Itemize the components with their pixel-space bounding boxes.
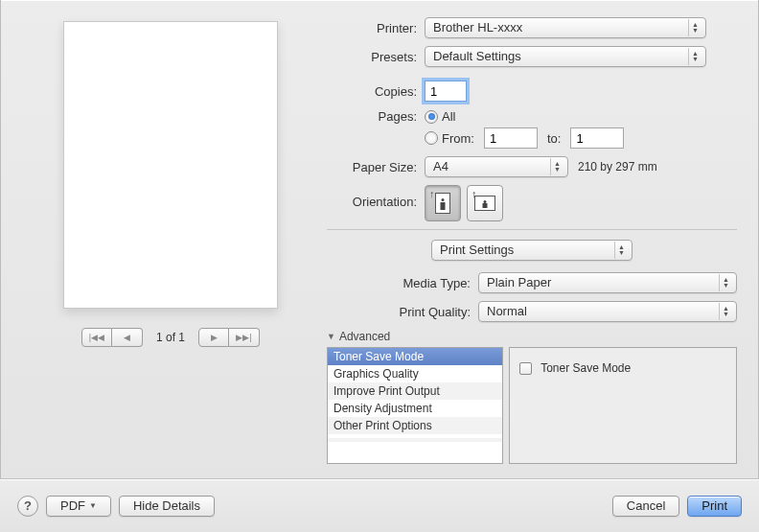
disclosure-triangle-icon: ▼ xyxy=(327,332,335,341)
papersize-select[interactable]: A4 ▲▼ xyxy=(425,156,568,177)
advanced-list-item[interactable]: Toner Save Mode xyxy=(328,348,502,365)
pdf-label: PDF xyxy=(60,498,85,513)
pager-last-button[interactable]: ▶▶| xyxy=(229,328,260,347)
hide-details-button[interactable]: Hide Details xyxy=(119,496,215,517)
advanced-list-item xyxy=(328,442,502,446)
footer: ? PDF ▼ Hide Details Cancel Print xyxy=(0,478,759,532)
hide-details-label: Hide Details xyxy=(133,498,200,513)
advanced-label: Advanced xyxy=(339,330,390,343)
preview-column: |◀◀ ◀ 1 of 1 ▶ ▶▶| xyxy=(22,17,319,451)
advanced-list[interactable]: Toner Save Mode Graphics Quality Improve… xyxy=(327,347,503,464)
pages-from-radio[interactable] xyxy=(425,131,438,145)
pages-all-label: All xyxy=(442,109,455,124)
mediatype-select[interactable]: Plain Paper ▲▼ xyxy=(478,272,737,293)
orientation-portrait-button[interactable]: ↑ xyxy=(425,185,461,221)
advanced-list-item[interactable]: Density Adjustment xyxy=(328,400,502,417)
orientation-landscape-button[interactable]: ↑ xyxy=(467,185,503,221)
printer-label: Printer: xyxy=(327,21,417,35)
up-arrow-icon: ↑ xyxy=(429,188,435,199)
copies-input[interactable] xyxy=(425,81,467,102)
papersize-value: A4 xyxy=(433,159,448,173)
updown-icon: ▲▼ xyxy=(614,242,628,259)
pdf-menu-button[interactable]: PDF ▼ xyxy=(46,496,111,517)
advanced-panel: Toner Save Mode xyxy=(509,347,737,464)
orientation-label: Orientation: xyxy=(327,185,417,209)
help-button[interactable]: ? xyxy=(17,496,38,517)
pager-prev-button[interactable]: ◀ xyxy=(112,328,143,347)
section-select[interactable]: Print Settings ▲▼ xyxy=(431,240,632,261)
updown-icon: ▲▼ xyxy=(550,158,564,175)
printquality-select[interactable]: Normal ▲▼ xyxy=(478,301,737,322)
pager-fwd-group: ▶ ▶▶| xyxy=(198,328,260,347)
presets-value: Default Settings xyxy=(433,49,521,63)
tonersave-checkbox[interactable] xyxy=(519,362,532,375)
pager-back-group: |◀◀ ◀ xyxy=(81,328,143,347)
print-button[interactable]: Print xyxy=(687,496,742,517)
printer-value: Brother HL-xxxx xyxy=(433,20,522,35)
tonersave-checkbox-label: Toner Save Mode xyxy=(540,361,631,375)
printquality-label: Print Quality: xyxy=(400,305,471,319)
pager-first-button[interactable]: |◀◀ xyxy=(81,328,112,347)
portrait-icon xyxy=(435,193,450,214)
advanced-list-item[interactable]: Other Print Options xyxy=(328,417,502,434)
updown-icon: ▲▼ xyxy=(688,19,702,36)
pages-from-input[interactable] xyxy=(484,127,538,149)
chevron-down-icon: ▼ xyxy=(89,501,97,510)
section-value: Print Settings xyxy=(440,243,514,257)
advanced-area: Toner Save Mode Graphics Quality Improve… xyxy=(327,347,737,464)
updown-icon: ▲▼ xyxy=(688,48,702,65)
mediatype-value: Plain Paper xyxy=(487,275,551,289)
updown-icon: ▲▼ xyxy=(719,303,732,320)
print-label: Print xyxy=(702,498,727,513)
pages-to-input[interactable] xyxy=(570,127,624,149)
advanced-disclosure[interactable]: ▼ Advanced xyxy=(327,330,737,343)
pages-from-label: From: xyxy=(442,131,474,146)
tonersave-checkbox-row[interactable]: Toner Save Mode xyxy=(519,361,631,375)
landscape-icon xyxy=(474,196,495,211)
presets-select[interactable]: Default Settings ▲▼ xyxy=(425,46,706,67)
cancel-button[interactable]: Cancel xyxy=(612,496,679,517)
divider xyxy=(327,229,737,230)
form-column: Printer: Brother HL-xxxx ▲▼ Presets: Def… xyxy=(319,17,737,451)
mediatype-label: Media Type: xyxy=(402,276,471,290)
pager: |◀◀ ◀ 1 of 1 ▶ ▶▶| xyxy=(81,328,260,347)
presets-label: Presets: xyxy=(327,50,417,64)
updown-icon: ▲▼ xyxy=(719,274,732,291)
page-preview xyxy=(63,21,278,309)
papersize-label: Paper Size: xyxy=(327,160,417,174)
pager-label: 1 of 1 xyxy=(156,331,185,344)
pages-to-label: to: xyxy=(547,131,561,146)
main-area: |◀◀ ◀ 1 of 1 ▶ ▶▶| Printer: Brother HL-x… xyxy=(1,0,758,460)
pages-label: Pages: xyxy=(327,109,417,124)
cancel-label: Cancel xyxy=(627,498,665,513)
advanced-list-item[interactable]: Improve Print Output xyxy=(328,382,502,400)
printer-select[interactable]: Brother HL-xxxx ▲▼ xyxy=(425,17,706,38)
pages-all-radio[interactable] xyxy=(425,110,438,124)
print-dialog: |◀◀ ◀ 1 of 1 ▶ ▶▶| Printer: Brother HL-x… xyxy=(0,0,759,532)
printquality-value: Normal xyxy=(487,304,527,318)
advanced-list-item[interactable]: Graphics Quality xyxy=(328,365,502,382)
copies-label: Copies: xyxy=(327,84,417,99)
paper-dims: 210 by 297 mm xyxy=(578,160,657,173)
pager-next-button[interactable]: ▶ xyxy=(198,328,229,347)
